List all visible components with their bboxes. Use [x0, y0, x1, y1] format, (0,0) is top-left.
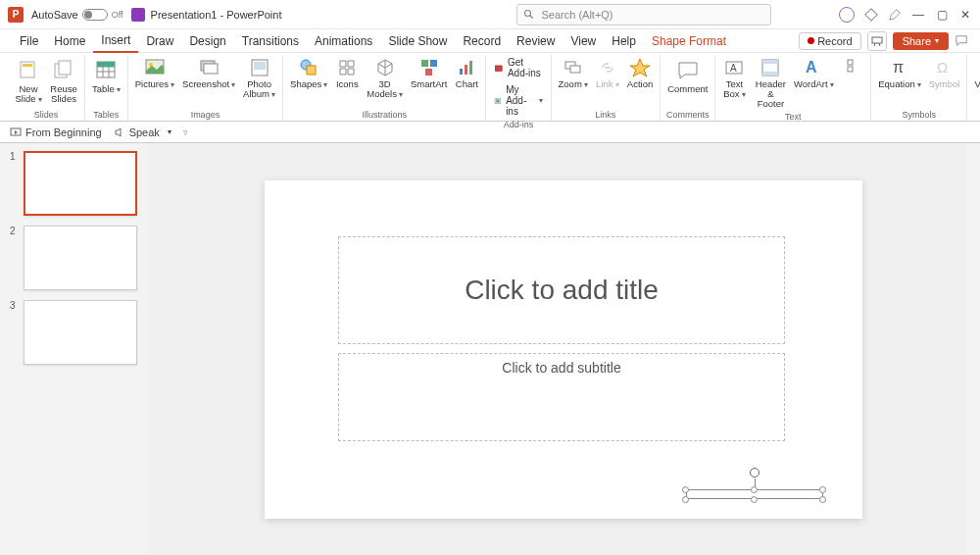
speak-icon: [114, 126, 125, 138]
pictures-button[interactable]: Pictures: [132, 55, 177, 92]
diamond-icon[interactable]: [864, 8, 878, 22]
tab-animations[interactable]: Animations: [307, 30, 380, 52]
title-placeholder[interactable]: Click to add title: [338, 236, 785, 344]
my-addins-button[interactable]: My Add-ins: [490, 82, 546, 119]
thumbnail-1[interactable]: 1: [10, 151, 137, 216]
group-images: Pictures Screenshot PhotoAlbum Images: [128, 55, 283, 121]
icons-button[interactable]: Icons: [332, 55, 362, 91]
svg-rect-8: [59, 61, 71, 75]
main-area: 1 2 3 Click to add title Click to add su…: [0, 143, 980, 555]
shapes-button[interactable]: Shapes: [287, 55, 330, 92]
text-more-button[interactable]: [837, 55, 866, 81]
close-button[interactable]: ✕: [958, 8, 972, 22]
svg-rect-20: [254, 62, 266, 70]
svg-rect-29: [496, 66, 503, 71]
user-avatar[interactable]: [839, 7, 855, 23]
document-title: Presentation1 - PowerPoint: [151, 9, 282, 21]
thumbnail-3[interactable]: 3: [10, 300, 137, 365]
search-input[interactable]: Search (Alt+Q): [516, 4, 771, 25]
tab-slideshow[interactable]: Slide Show: [380, 30, 455, 52]
svg-text:π: π: [893, 59, 904, 76]
tab-shape-format[interactable]: Shape Format: [644, 30, 734, 52]
smartart-button[interactable]: SmartArt: [408, 55, 450, 91]
action-button[interactable]: Action: [624, 55, 656, 91]
record-dot-icon: [808, 37, 814, 44]
resize-handle[interactable]: [682, 486, 689, 493]
toggle-icon[interactable]: [82, 9, 108, 21]
thumbnail-slide[interactable]: [24, 226, 137, 290]
store-icon: [494, 61, 504, 75]
svg-rect-6: [23, 64, 32, 67]
tab-help[interactable]: Help: [604, 30, 644, 52]
ribbon-tabs: File Home Insert Draw Design Transitions…: [0, 29, 980, 53]
thumbnail-2[interactable]: 2: [10, 226, 137, 290]
resize-handle[interactable]: [819, 486, 826, 493]
header-footer-button[interactable]: Header& Footer: [751, 55, 790, 111]
video-button[interactable]: Video: [971, 55, 980, 92]
equation-button[interactable]: πEquation: [875, 55, 924, 92]
svg-rect-24: [430, 60, 437, 67]
speak-button[interactable]: Speak▾: [114, 126, 172, 138]
comment-icon: [674, 57, 702, 84]
save-icon[interactable]: [131, 8, 145, 22]
slide-canvas-area[interactable]: Click to add title Click to add subtitle: [147, 143, 980, 555]
tab-view[interactable]: View: [563, 30, 604, 52]
tab-insert[interactable]: Insert: [93, 29, 138, 53]
wordart-icon: A: [803, 57, 824, 78]
tab-record[interactable]: Record: [455, 30, 509, 52]
record-button[interactable]: Record: [799, 32, 860, 50]
vertical-scrollbar[interactable]: [966, 145, 980, 555]
comment-button[interactable]: Comment: [664, 55, 710, 96]
share-button[interactable]: Share▾: [893, 32, 949, 50]
get-addins-button[interactable]: Get Add-ins: [490, 55, 546, 80]
addins-icon: [494, 94, 502, 108]
picture-icon: [144, 57, 166, 78]
slide-canvas[interactable]: Click to add title Click to add subtitle: [265, 180, 862, 519]
svg-rect-38: [762, 72, 778, 76]
powerpoint-icon: P: [8, 7, 24, 23]
resize-handle[interactable]: [819, 496, 826, 503]
customize-qat[interactable]: ▿: [183, 127, 188, 137]
svg-rect-41: [848, 67, 853, 72]
autosave-toggle[interactable]: AutoSave Off: [31, 9, 123, 21]
group-media: Video Audio ScreenRecording Media: [967, 55, 980, 121]
resize-handle[interactable]: [751, 496, 758, 503]
slide-thumbnails: 1 2 3: [0, 143, 147, 555]
pen-icon[interactable]: [888, 8, 902, 22]
rotation-handle[interactable]: [750, 468, 760, 478]
present-mode-button[interactable]: [867, 31, 887, 51]
tab-design[interactable]: Design: [181, 30, 233, 52]
tab-home[interactable]: Home: [46, 30, 93, 52]
symbol-button[interactable]: ΩSymbol: [926, 55, 963, 91]
thumbnail-slide[interactable]: [24, 151, 137, 216]
link-button[interactable]: Link: [593, 55, 622, 92]
tab-review[interactable]: Review: [509, 30, 563, 52]
wordart-button[interactable]: AWordArt: [792, 55, 835, 92]
selected-shape[interactable]: [686, 468, 823, 487]
minimize-button[interactable]: —: [911, 8, 925, 22]
zoom-button[interactable]: Zoom: [556, 55, 591, 92]
tab-file[interactable]: File: [12, 30, 46, 52]
3d-models-button[interactable]: 3DModels: [364, 55, 406, 102]
photo-album-button[interactable]: PhotoAlbum: [240, 55, 278, 102]
from-beginning-button[interactable]: From Beginning: [10, 126, 102, 138]
tab-draw[interactable]: Draw: [138, 30, 181, 52]
svg-rect-18: [204, 64, 218, 74]
new-slide-button[interactable]: NewSlide: [12, 55, 45, 107]
reuse-slides-button[interactable]: ReuseSlides: [47, 55, 80, 106]
maximize-button[interactable]: ▢: [935, 8, 949, 22]
resize-handle[interactable]: [682, 496, 689, 503]
comments-pane-icon[interactable]: [955, 34, 968, 48]
svg-text:A: A: [806, 59, 817, 76]
chart-button[interactable]: Chart: [452, 55, 481, 91]
thumbnail-slide[interactable]: [24, 300, 137, 365]
group-slides: NewSlide ReuseSlides Slides: [8, 55, 85, 121]
table-button[interactable]: Table: [89, 55, 123, 97]
subtitle-placeholder[interactable]: Click to add subtitle: [338, 353, 785, 441]
group-addins: Get Add-ins My Add-ins Add-ins: [486, 55, 551, 121]
tab-transitions[interactable]: Transitions: [234, 30, 307, 52]
resize-handle[interactable]: [751, 486, 758, 493]
textbox-button[interactable]: ATextBox: [719, 55, 749, 102]
screenshot-button[interactable]: Screenshot: [179, 55, 238, 92]
svg-rect-14: [97, 62, 115, 67]
